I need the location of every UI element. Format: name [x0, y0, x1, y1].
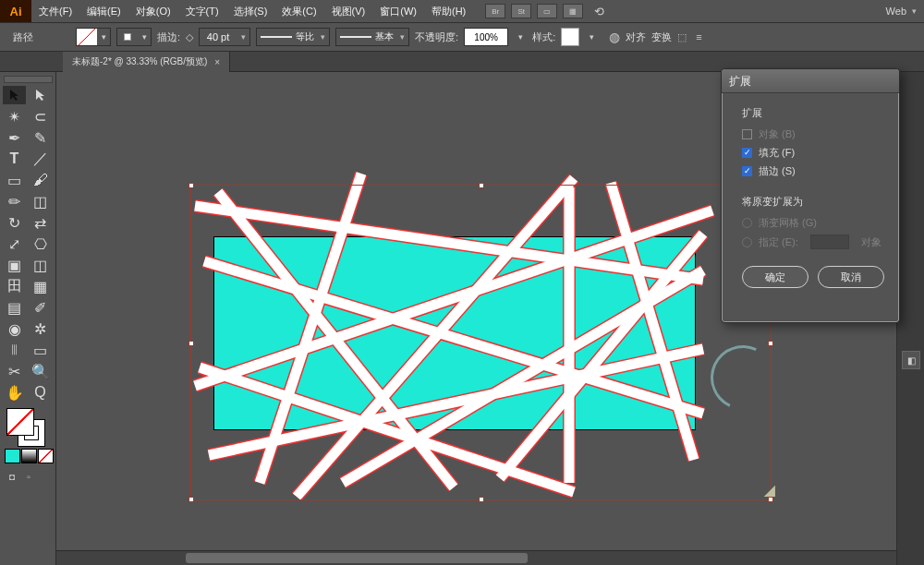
- svg-line-17: [209, 349, 703, 455]
- style-label: 样式:: [532, 30, 555, 44]
- mesh-tool[interactable]: ▦: [29, 277, 52, 295]
- page-corner-icon: ◣: [764, 481, 775, 499]
- menu-help[interactable]: 帮助(H): [424, 5, 473, 18]
- graphic-style-swatch[interactable]: [561, 28, 579, 46]
- toolbox-grip[interactable]: [4, 76, 53, 83]
- expand-stroke-option[interactable]: ✓ 描边 (S): [742, 164, 884, 178]
- hand-tool[interactable]: ✋: [3, 383, 26, 402]
- direct-selection-tool[interactable]: [29, 86, 52, 104]
- grid-icon[interactable]: ▦: [563, 4, 583, 18]
- menu-edit[interactable]: 编辑(E): [79, 5, 128, 18]
- fill-color-swatch[interactable]: [7, 409, 33, 435]
- sel-handle-w[interactable]: [188, 341, 194, 346]
- stock-icon[interactable]: St: [511, 4, 531, 18]
- gradient-tool[interactable]: ▤: [3, 298, 26, 317]
- svg-line-1: [195, 210, 712, 386]
- brush-def-field[interactable]: 基本▾: [335, 28, 409, 46]
- slice-tool[interactable]: ✂: [3, 362, 26, 380]
- magic-wand-tool[interactable]: ✴: [3, 107, 26, 126]
- column-graph-tool[interactable]: ⫴: [3, 341, 26, 359]
- toolbox: ✴⊂ ✒✎ T／ ▭🖌 ✏◫ ↻⇄ ⤢⎔ ▣◫ 田▦ ▤✐ ◉✲ ⫴▭ ✂🔍 ✋…: [0, 72, 56, 565]
- stroke-swatch[interactable]: ▾: [116, 28, 152, 46]
- pen-tool[interactable]: ✒: [3, 128, 26, 147]
- arrange-icon[interactable]: ▭: [537, 4, 557, 18]
- color-mode-icon[interactable]: [6, 450, 19, 463]
- menu-file[interactable]: 文件(F): [31, 5, 79, 18]
- ok-button[interactable]: 确定: [742, 266, 808, 288]
- line-tool[interactable]: ／: [29, 150, 52, 168]
- sel-handle-sw[interactable]: [188, 497, 194, 502]
- curvature-tool[interactable]: ✎: [29, 128, 52, 147]
- width-profile-field[interactable]: 等比▾: [256, 28, 330, 46]
- menu-view[interactable]: 视图(V): [324, 5, 373, 18]
- symbol-sprayer-tool[interactable]: ✲: [29, 319, 52, 338]
- right-dock: ◧: [896, 72, 924, 565]
- none-mode-icon[interactable]: [39, 450, 53, 463]
- sel-handle-s[interactable]: [479, 497, 484, 502]
- menu-type[interactable]: 文字(T): [178, 5, 226, 18]
- draw-mode-icon[interactable]: ▫: [22, 470, 35, 483]
- hscroll-thumb[interactable]: [186, 553, 528, 563]
- sel-handle-n[interactable]: [479, 183, 484, 188]
- isolate-icon[interactable]: ⬚: [677, 31, 687, 43]
- dialog-title[interactable]: 扩展: [722, 69, 899, 93]
- stroke-link-icon[interactable]: ◇: [186, 31, 193, 43]
- artboard-tool[interactable]: ▭: [29, 341, 52, 359]
- align-link[interactable]: 对齐: [626, 30, 646, 44]
- pencil-tool[interactable]: ✏: [3, 192, 26, 210]
- menu-window[interactable]: 窗口(W): [372, 5, 424, 18]
- checkbox-icon[interactable]: ✓: [742, 166, 752, 176]
- transform-link[interactable]: 变换: [651, 30, 672, 44]
- sel-handle-nw[interactable]: [188, 183, 194, 188]
- bridge-icon[interactable]: Br: [485, 4, 505, 18]
- document-tab[interactable]: 未标题-2* @ 33.33% (RGB/预览) ×: [63, 52, 230, 72]
- rectangle-tool[interactable]: ▭: [3, 171, 26, 189]
- paintbrush-tool[interactable]: 🖌: [29, 171, 52, 189]
- svg-line-5: [209, 349, 703, 455]
- workspace-switcher[interactable]: Web: [886, 6, 906, 17]
- sel-handle-e[interactable]: [768, 341, 773, 346]
- eraser-tool[interactable]: ◫: [29, 192, 52, 210]
- specify-option: 指定 (E): 对象: [742, 234, 884, 249]
- menu-object[interactable]: 对象(O): [128, 5, 178, 18]
- menu-select[interactable]: 选择(S): [226, 5, 275, 18]
- opacity-caret-icon[interactable]: ▾: [514, 32, 527, 42]
- menu-effect[interactable]: 效果(C): [274, 5, 323, 18]
- fill-swatch[interactable]: ▾: [76, 28, 111, 46]
- close-icon[interactable]: ×: [214, 57, 220, 67]
- blend-tool[interactable]: ◉: [3, 319, 26, 338]
- selection-type-label: 路径: [13, 30, 33, 44]
- zoom-tool[interactable]: Q: [29, 383, 52, 402]
- checkbox-icon[interactable]: ✓: [742, 148, 752, 158]
- svg-line-2: [218, 192, 454, 487]
- fill-stroke-swatch[interactable]: [7, 409, 46, 446]
- sync-icon[interactable]: ⟲: [589, 4, 609, 18]
- gradient-mode-icon[interactable]: [22, 450, 36, 463]
- lasso-tool[interactable]: ⊂: [29, 107, 52, 126]
- stroke-weight-value[interactable]: 40 pt: [200, 31, 237, 42]
- selection-tool[interactable]: [3, 86, 26, 104]
- stroke-weight-field[interactable]: 40 pt▾: [199, 28, 250, 46]
- screen-mode-icon[interactable]: ◘: [6, 470, 18, 483]
- recolor-icon[interactable]: ◍: [609, 30, 620, 44]
- width-tool[interactable]: ⎔: [29, 234, 52, 253]
- shape-builder-tool[interactable]: ◫: [29, 256, 52, 274]
- dock-panel-icon[interactable]: ◧: [902, 351, 920, 369]
- eyedropper-tool[interactable]: ✐: [29, 298, 52, 317]
- specify-count-field: [810, 234, 849, 249]
- hscrollbar[interactable]: [56, 550, 896, 565]
- cancel-button[interactable]: 取消: [818, 266, 884, 288]
- reflect-tool[interactable]: ⇄: [29, 213, 52, 232]
- style-caret-icon[interactable]: ▾: [585, 32, 598, 42]
- perspective-tool[interactable]: 田: [3, 277, 26, 295]
- expand-fill-option[interactable]: ✓ 填充 (F): [742, 146, 884, 160]
- workspace-caret-icon[interactable]: ▾: [912, 6, 917, 16]
- zoom-search-tool[interactable]: 🔍: [29, 362, 52, 380]
- control-overflow-icon[interactable]: ≡: [696, 31, 701, 42]
- scale-tool[interactable]: ⤢: [3, 234, 26, 253]
- opacity-field[interactable]: 100%: [464, 28, 508, 46]
- artboard-rect: [213, 236, 696, 430]
- type-tool[interactable]: T: [3, 150, 26, 168]
- rotate-tool[interactable]: ↻: [3, 213, 26, 232]
- free-transform-tool[interactable]: ▣: [3, 256, 26, 274]
